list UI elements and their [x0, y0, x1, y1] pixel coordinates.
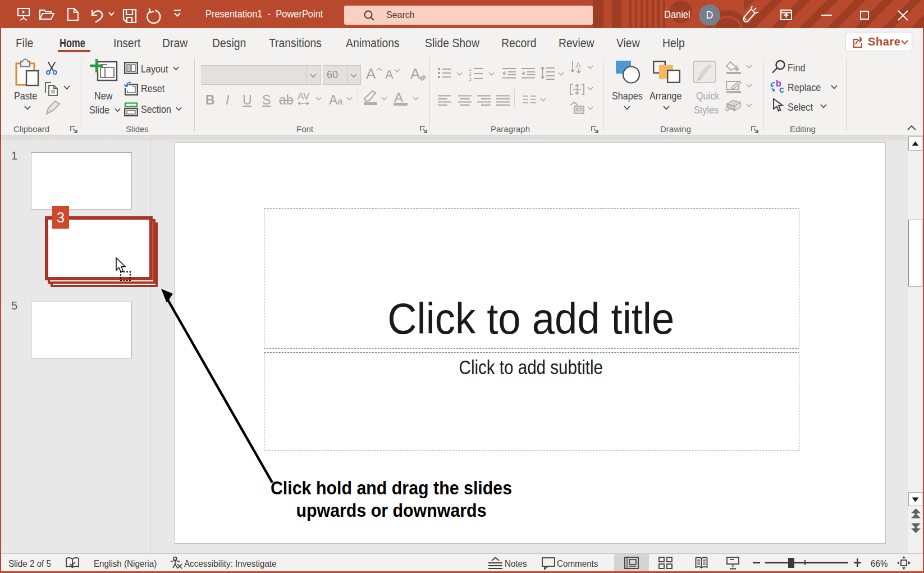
- svg-text:c: c: [779, 85, 784, 94]
- svg-text:3: 3: [469, 76, 472, 82]
- svg-text:AV: AV: [298, 91, 310, 102]
- svg-text:A: A: [575, 60, 581, 70]
